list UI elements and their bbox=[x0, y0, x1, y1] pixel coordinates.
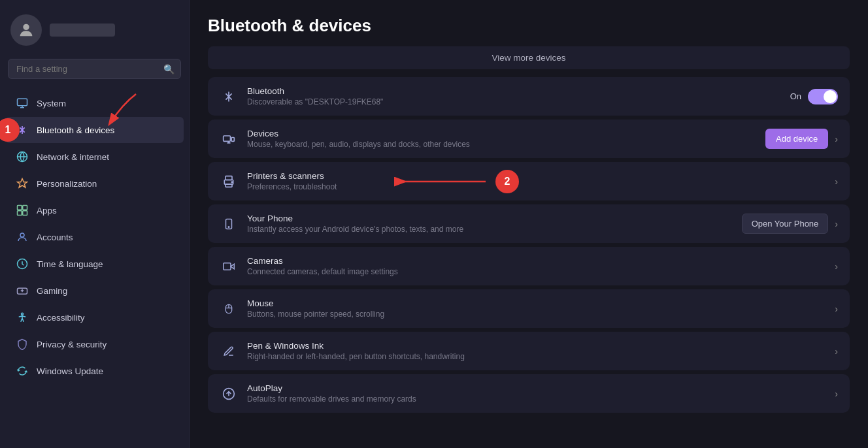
phone-title: Your Phone bbox=[247, 214, 733, 223]
accessibility-icon bbox=[16, 311, 29, 324]
sidebar-item-label: Bluetooth & devices bbox=[37, 125, 114, 135]
settings-section-devices: Devices Mouse, keyboard, pen, audio, dis… bbox=[208, 120, 850, 158]
sidebar-item-label: Apps bbox=[37, 206, 57, 216]
sidebar-item-label: Accounts bbox=[37, 232, 73, 242]
sidebar-item-label: Network & internet bbox=[37, 152, 109, 162]
autoplay-subtitle: Defaults for removable drives and memory… bbox=[247, 394, 826, 404]
search-box: 🔍 bbox=[8, 59, 181, 79]
settings-section-bluetooth: Bluetooth Discoverable as "DESKTOP-19FKE… bbox=[208, 77, 850, 116]
view-more-label: View more devices bbox=[492, 53, 565, 63]
svg-point-20 bbox=[228, 226, 229, 227]
mouse-title: Mouse bbox=[247, 298, 826, 308]
printers-chevron: › bbox=[835, 176, 838, 187]
pen-subtitle: Right-handed or left-handed, pen button … bbox=[247, 352, 826, 361]
bluetooth-toggle[interactable] bbox=[808, 89, 838, 104]
sidebar-item-network[interactable]: Network & internet bbox=[5, 144, 184, 170]
phone-row[interactable]: Your Phone Instantly access your Android… bbox=[208, 204, 850, 243]
svg-rect-5 bbox=[23, 206, 27, 210]
settings-section-autoplay: AutoPlay Defaults for removable drives a… bbox=[208, 374, 850, 413]
cameras-subtitle: Connected cameras, default image setting… bbox=[247, 267, 826, 276]
sidebar-item-label: System bbox=[37, 99, 66, 108]
sidebar-item-privacy[interactable]: Privacy & security bbox=[5, 331, 184, 357]
cameras-title: Cameras bbox=[247, 256, 826, 266]
settings-section-mouse: Mouse Buttons, mouse pointer speed, scro… bbox=[208, 289, 850, 328]
system-icon bbox=[16, 97, 29, 110]
printers-row[interactable]: Printers & scanners Preferences, trouble… bbox=[208, 162, 850, 200]
pen-action: › bbox=[835, 346, 838, 357]
view-more-bar[interactable]: View more devices bbox=[208, 46, 850, 69]
devices-row-text: Devices Mouse, keyboard, pen, audio, dis… bbox=[247, 129, 756, 149]
bluetooth-row[interactable]: Bluetooth Discoverable as "DESKTOP-19FKE… bbox=[208, 77, 850, 116]
svg-point-0 bbox=[23, 24, 29, 30]
username-box bbox=[50, 24, 115, 37]
pen-row[interactable]: Pen & Windows Ink Right-handed or left-h… bbox=[208, 332, 850, 370]
sidebar-item-label: Privacy & security bbox=[37, 340, 107, 349]
devices-title: Devices bbox=[247, 129, 756, 138]
mouse-row[interactable]: Mouse Buttons, mouse pointer speed, scro… bbox=[208, 289, 850, 328]
user-icon bbox=[17, 21, 35, 39]
search-input[interactable] bbox=[8, 59, 181, 79]
open-phone-button[interactable]: Open Your Phone bbox=[742, 214, 829, 234]
sidebar-item-accounts[interactable]: Accounts bbox=[5, 224, 184, 250]
sidebar-item-personalization[interactable]: Personalization bbox=[5, 170, 184, 197]
settings-section-printers: Printers & scanners Preferences, trouble… bbox=[208, 162, 850, 200]
user-profile[interactable] bbox=[0, 7, 189, 56]
phone-icon bbox=[220, 215, 238, 233]
mouse-icon bbox=[220, 300, 238, 318]
svg-point-17 bbox=[231, 182, 233, 183]
add-device-button[interactable]: Add device bbox=[765, 129, 828, 149]
sidebar-item-accessibility[interactable]: Accessibility bbox=[5, 304, 184, 330]
svg-rect-4 bbox=[18, 206, 22, 210]
autoplay-row[interactable]: AutoPlay Defaults for removable drives a… bbox=[208, 374, 850, 413]
svg-rect-7 bbox=[23, 211, 27, 216]
pen-title: Pen & Windows Ink bbox=[247, 341, 826, 351]
network-icon bbox=[16, 150, 29, 163]
page-title: Bluetooth & devices bbox=[208, 0, 850, 46]
autoplay-chevron: › bbox=[835, 389, 838, 399]
nav-list: System Bluetooth & devices 1 bbox=[0, 87, 189, 448]
svg-rect-21 bbox=[224, 263, 231, 270]
privacy-icon bbox=[16, 338, 29, 351]
toggle-label: On bbox=[790, 91, 801, 101]
sidebar-item-time[interactable]: Time & language bbox=[5, 251, 184, 277]
phone-chevron: › bbox=[835, 219, 838, 229]
cameras-row[interactable]: Cameras Connected cameras, default image… bbox=[208, 247, 850, 285]
sidebar: 🔍 System Bluetooth & devices 1 bbox=[0, 0, 190, 448]
sidebar-item-apps[interactable]: Apps bbox=[5, 197, 184, 223]
gaming-icon bbox=[16, 284, 29, 297]
sidebar-item-windows-update[interactable]: Windows Update bbox=[5, 358, 184, 384]
phone-row-text: Your Phone Instantly access your Android… bbox=[247, 214, 733, 234]
devices-icon bbox=[220, 130, 238, 148]
printers-subtitle: Preferences, troubleshoot bbox=[247, 182, 826, 191]
svg-rect-14 bbox=[225, 176, 232, 180]
bluetooth-nav-icon bbox=[16, 123, 29, 136]
devices-row[interactable]: Devices Mouse, keyboard, pen, audio, dis… bbox=[208, 120, 850, 158]
printers-title: Printers & scanners bbox=[247, 171, 826, 181]
svg-point-8 bbox=[20, 233, 24, 237]
autoplay-title: AutoPlay bbox=[247, 383, 826, 393]
svg-rect-1 bbox=[18, 99, 27, 106]
autoplay-icon bbox=[220, 385, 238, 403]
svg-point-11 bbox=[22, 313, 24, 315]
pen-icon bbox=[220, 342, 238, 360]
devices-chevron: › bbox=[835, 134, 838, 144]
sidebar-item-gaming[interactable]: Gaming bbox=[5, 278, 184, 304]
cameras-chevron: › bbox=[835, 261, 838, 272]
sidebar-item-system[interactable]: System bbox=[5, 90, 184, 116]
mouse-row-text: Mouse Buttons, mouse pointer speed, scro… bbox=[247, 298, 826, 319]
settings-section-pen: Pen & Windows Ink Right-handed or left-h… bbox=[208, 332, 850, 370]
windows-update-icon bbox=[16, 364, 29, 377]
bluetooth-row-text: Bluetooth Discoverable as "DESKTOP-19FKE… bbox=[247, 86, 781, 106]
autoplay-action: › bbox=[835, 389, 838, 399]
bluetooth-subtitle: Discoverable as "DESKTOP-19FKE68" bbox=[247, 97, 781, 106]
printers-row-text: Printers & scanners Preferences, trouble… bbox=[247, 171, 826, 191]
devices-action: Add device › bbox=[765, 129, 838, 149]
sidebar-item-bluetooth[interactable]: Bluetooth & devices 1 bbox=[5, 117, 184, 143]
apps-icon bbox=[16, 204, 29, 217]
svg-rect-6 bbox=[18, 211, 22, 216]
sidebar-item-label: Windows Update bbox=[37, 366, 103, 376]
main-content: Bluetooth & devices View more devices Bl… bbox=[190, 0, 868, 448]
phone-action: Open Your Phone › bbox=[742, 214, 838, 234]
autoplay-row-text: AutoPlay Defaults for removable drives a… bbox=[247, 383, 826, 404]
svg-rect-12 bbox=[224, 136, 231, 141]
